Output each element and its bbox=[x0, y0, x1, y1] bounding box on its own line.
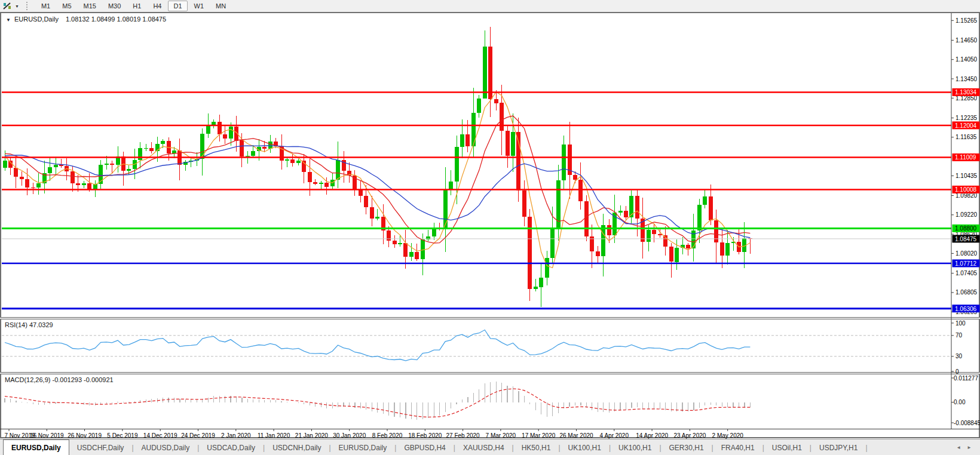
top-toolbar: ▼ M1M5M15M30H1H4D1W1MN bbox=[0, 0, 980, 13]
timeframe-button-MN[interactable]: MN bbox=[210, 1, 231, 11]
ma-line-SMA5 bbox=[5, 92, 750, 268]
date-label: 4 Apr 2020 bbox=[600, 432, 629, 439]
price-tick-label: 1.06805 bbox=[956, 289, 978, 296]
timeframe-button-M15[interactable]: M15 bbox=[78, 1, 102, 11]
tab-USOil-H1[interactable]: USOil,H1 bbox=[764, 439, 810, 455]
chart-tabs: EURUSD,DailyUSDCHF,Daily|AUDUSD,Daily|US… bbox=[0, 439, 868, 455]
tab-GER30-H1[interactable]: GER30,H1 bbox=[662, 439, 712, 455]
chart-canvas[interactable]: 1.152651.146501.140501.134501.128501.122… bbox=[0, 12, 980, 439]
panel-separator-1[interactable] bbox=[0, 317, 980, 319]
date-label: 18 Feb 2020 bbox=[408, 432, 442, 439]
rsi-panel bbox=[2, 330, 951, 361]
date-label: 21 Jan 2020 bbox=[295, 432, 328, 439]
macd-axis-label: -0.008845 bbox=[954, 420, 980, 426]
rsi-header: RSI(14) 47.0329 bbox=[5, 321, 53, 328]
tab-USDCAD-Daily[interactable]: USDCAD,Daily bbox=[199, 439, 263, 455]
svg-text:1.12004: 1.12004 bbox=[955, 122, 977, 129]
rsi-axis-label: 70 bbox=[956, 332, 963, 339]
timeframe-button-H1[interactable]: H1 bbox=[127, 1, 146, 11]
price-tick-label: 1.09220 bbox=[956, 211, 978, 218]
tab-scroll-arrows: ◄ ► bbox=[956, 439, 972, 455]
chart-symbol-label: EURUSD,Daily bbox=[14, 16, 59, 23]
macd-panel bbox=[5, 382, 750, 420]
horizontal-level-lines[interactable] bbox=[2, 92, 951, 308]
panel-separator-2[interactable] bbox=[0, 372, 980, 374]
date-label: 23 Apr 2020 bbox=[673, 432, 706, 439]
date-label: 26 Mar 2020 bbox=[559, 432, 593, 439]
collapse-arrow-icon[interactable]: ▼ bbox=[6, 17, 11, 23]
macd-axis-label: 0.011277 bbox=[954, 375, 978, 382]
date-label: 2 May 2020 bbox=[712, 432, 744, 439]
price-tick-label: 1.14650 bbox=[956, 37, 978, 44]
svg-text:1.11009: 1.11009 bbox=[955, 154, 976, 161]
price-badge-1.10008: 1.10008 bbox=[953, 186, 980, 193]
date-label: 26 Nov 2019 bbox=[68, 432, 102, 439]
tab-USDCNH-Daily[interactable]: USDCNH,Daily bbox=[265, 439, 329, 455]
date-label: 30 Jan 2020 bbox=[333, 432, 366, 439]
svg-text:1.07712: 1.07712 bbox=[955, 260, 977, 267]
timeframe-button-M30[interactable]: M30 bbox=[103, 1, 126, 11]
price-badge-1.06306: 1.06306 bbox=[953, 305, 980, 312]
chart-title: ▼EURUSD,Daily1.08132 1.08499 1.08019 1.0… bbox=[6, 16, 166, 23]
tab-AUDUSD-Daily[interactable]: AUDUSD,Daily bbox=[134, 439, 198, 455]
svg-text:1.06306: 1.06306 bbox=[955, 306, 977, 312]
price-tick-label: 1.08020 bbox=[956, 250, 978, 257]
date-label: 5 Dec 2019 bbox=[107, 432, 138, 439]
price-tick-label: 1.12235 bbox=[956, 115, 978, 121]
svg-text:1.08800: 1.08800 bbox=[955, 225, 977, 232]
price-tick-label: 1.14050 bbox=[956, 56, 978, 63]
tab-XAUUSD-H4[interactable]: XAUUSD,H4 bbox=[455, 439, 512, 455]
date-label: 7 Mar 2020 bbox=[486, 432, 516, 439]
timeframe-button-D1[interactable]: D1 bbox=[168, 1, 187, 11]
price-badge-1.13034: 1.13034 bbox=[953, 88, 980, 96]
chart-tab-bar: EURUSD,DailyUSDCHF,Daily|AUDUSD,Daily|US… bbox=[0, 439, 980, 455]
candles-series bbox=[3, 27, 752, 307]
price-tick-label: 1.10435 bbox=[956, 173, 978, 179]
date-label: 8 Feb 2020 bbox=[372, 432, 403, 439]
chart-window: 1.152651.146501.140501.134501.128501.122… bbox=[0, 12, 980, 439]
tab-GBPUSD-H4[interactable]: GBPUSD,H4 bbox=[396, 439, 453, 455]
tab-UK100-H1[interactable]: UK100,H1 bbox=[611, 439, 659, 455]
chart-ohlc-values: 1.08132 1.08499 1.08019 1.08475 bbox=[66, 16, 166, 23]
date-label: 2 Jan 2020 bbox=[221, 432, 251, 439]
timeframe-button-M5[interactable]: M5 bbox=[57, 1, 76, 11]
tab-EURUSD-Daily[interactable]: EURUSD,Daily bbox=[3, 439, 69, 455]
timeframe-button-M1[interactable]: M1 bbox=[36, 1, 56, 11]
tab-USDJPY-H1[interactable]: USDJPY,H1 bbox=[811, 439, 865, 455]
toolbar-grip[interactable] bbox=[26, 2, 31, 10]
tab-EURUSD-Daily[interactable]: EURUSD,Daily bbox=[331, 439, 395, 455]
macd-header: MACD(12,26,9) -0.001293 -0.000921 bbox=[5, 376, 114, 383]
price-tick-label: 1.13450 bbox=[956, 76, 978, 82]
svg-text:1.10008: 1.10008 bbox=[955, 186, 977, 193]
date-label: 14 Apr 2020 bbox=[636, 432, 668, 439]
tab-separator: | bbox=[865, 444, 867, 452]
timeframe-button-W1[interactable]: W1 bbox=[189, 1, 210, 11]
price-badge-1.07712: 1.07712 bbox=[953, 260, 980, 268]
tabs-scroll-left-icon[interactable]: ◄ bbox=[956, 445, 961, 450]
rsi-axis-label: 0 bbox=[956, 368, 959, 375]
price-badge-1.11009: 1.11009 bbox=[953, 153, 980, 161]
svg-text:1.13034: 1.13034 bbox=[955, 89, 977, 96]
tab-UK100-H1[interactable]: UK100,H1 bbox=[561, 439, 609, 455]
price-badge-1.12004: 1.12004 bbox=[953, 121, 980, 129]
current-price-badge: 1.08475 bbox=[953, 235, 980, 242]
macd-axis-label: 0.00 bbox=[954, 399, 966, 405]
date-label: 27 Feb 2020 bbox=[446, 432, 480, 439]
timeframe-button-H4[interactable]: H4 bbox=[148, 1, 167, 11]
chart-tools-button[interactable]: ▼ bbox=[2, 2, 19, 10]
tabs-scroll-right-icon[interactable]: ► bbox=[967, 445, 972, 450]
price-axis[interactable]: 1.152651.146501.140501.134501.128501.122… bbox=[951, 13, 980, 429]
price-badge-1.08800: 1.08800 bbox=[953, 225, 980, 232]
tab-HK50-H1[interactable]: HK50,H1 bbox=[514, 439, 559, 455]
date-label: 24 Dec 2019 bbox=[181, 432, 215, 439]
svg-text:1.08475: 1.08475 bbox=[955, 236, 977, 242]
date-label: 14 Dec 2019 bbox=[143, 432, 177, 439]
date-label: 11 Jan 2020 bbox=[258, 432, 290, 439]
price-tick-label: 1.11635 bbox=[956, 134, 977, 140]
ma-line-SMA10 bbox=[5, 116, 750, 243]
tab-FRA40-H1[interactable]: FRA40,H1 bbox=[713, 439, 762, 455]
date-label: 17 Mar 2020 bbox=[522, 432, 556, 439]
tab-USDCHF-Daily[interactable]: USDCHF,Daily bbox=[69, 439, 132, 455]
rsi-axis-label: 30 bbox=[956, 353, 963, 359]
chevron-down-icon: ▼ bbox=[15, 4, 19, 8]
